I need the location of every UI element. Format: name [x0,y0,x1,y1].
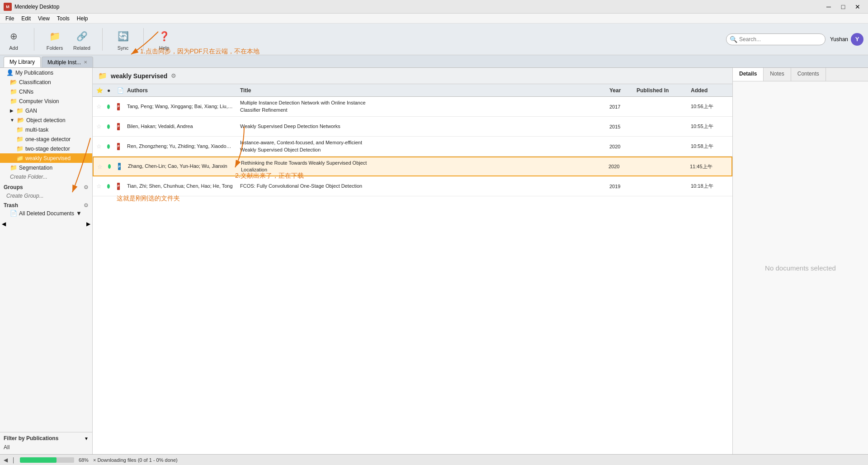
sync-icon: 🔄 [118,31,129,42]
sidebar-scroll[interactable]: 👤 My Publications 📂 Classification 📁 CNN… [0,68,92,432]
th-published-in[interactable]: Published In [633,87,687,94]
filter-all: All [4,443,89,451]
trash-gear-icon[interactable]: ⚙ [84,202,89,209]
td-star-3[interactable]: ☆ [94,163,104,170]
related-button[interactable]: 🔗 Related [73,28,91,51]
rp-tab-details[interactable]: Details [733,68,764,81]
sidebar-item-object-detection[interactable]: ▼ 📂 Object detection [0,115,92,125]
td-star-2[interactable]: ☆ [93,143,104,150]
title-bar-left: M Mendeley Desktop [4,3,59,11]
sidebar-item-segmentation[interactable]: 📁 Segmentation [0,163,92,172]
folders-button[interactable]: 📁 Folders [46,28,64,51]
sidebar-trash-section: Trash ⚙ 📄 All Deleted Documents ▼ [0,200,92,220]
help-icon: ❓ [159,31,170,42]
content-folder-title: weakly Supervised [111,72,167,80]
td-star-0[interactable]: ☆ [93,103,104,110]
td-authors-0: Tang, Peng; Wang, Xinggang; Bai, Xiang; … [123,103,236,110]
search-input[interactable] [726,33,826,45]
td-pdf-2: P [113,143,123,150]
tab-my-library-label: My Library [9,59,35,65]
folders-label: Folders [47,45,63,51]
menu-edit[interactable]: Edit [18,14,34,23]
td-star-4[interactable]: ☆ [93,183,104,190]
folder-mt-icon: 📁 [16,126,24,133]
toolbar-divider-1 [34,28,34,51]
menu-file[interactable]: File [2,14,18,23]
toolbar: ⊕ Add 📁 Folders 🔗 Related 🔄 Sync [0,24,868,55]
help-label: Help [159,45,170,51]
filter-dropdown-icon: ▼ [84,436,89,441]
add-button[interactable]: ⊕ Add [5,28,23,51]
sidebar-od-label: Object detection [26,117,66,123]
trash-doc-icon: 📄 [10,210,17,217]
th-authors[interactable]: Authors [123,87,236,94]
sidebar-item-multi-task[interactable]: 📁 multi-task [0,125,92,134]
sidebar-item-weakly-supervised[interactable]: 📁 weakly Supervised [0,153,92,163]
sidebar-ws-label: weakly Supervised [25,155,71,161]
scroll-right-icon[interactable]: ▶ [86,221,90,227]
groups-gear-icon[interactable]: ⚙ [84,184,89,190]
status-dot-4 [107,184,110,189]
progress-bar-wrap [20,457,74,463]
rp-tab-notes[interactable]: Notes [764,68,791,81]
td-star-1[interactable]: ☆ [93,123,104,130]
scroll-left-icon[interactable]: ◀ [2,221,6,227]
menu-tools[interactable]: Tools [53,14,73,23]
sidebar-item-cnns[interactable]: 📁 CNNs [0,87,92,96]
sidebar-item-create-group[interactable]: Create Group... [0,191,92,200]
tab-multiple-inst[interactable]: Multiple Inst... ✕ [42,57,93,67]
progress-bar-fill [20,457,57,463]
th-year[interactable]: Year [606,87,633,94]
sidebar-item-gan[interactable]: ▶ 📁 GAN [0,106,92,115]
publications-icon: 👤 [6,69,14,76]
table-row[interactable]: ☆ P Ren, Zhongzheng; Yu, Zhiding; Yang, … [93,137,732,157]
td-year-2: 2020 [606,144,633,149]
sidebar-item-classification[interactable]: 📂 Classification [0,77,92,87]
table-row[interactable]: ☆ P Tian, Zhi; Shen, Chunhua; Chen, Hao;… [93,176,732,196]
table-row[interactable]: ☆ P Bilen, Hakan; Vedaldi, Andrea Weakly… [93,117,732,137]
status-line-icon: │ [12,457,15,463]
td-pdf-3: P [114,163,124,170]
sidebar-item-computer-vision[interactable]: 📁 Computer Vision [0,96,92,106]
td-dot-1 [104,124,113,129]
folder-od-icon: 📂 [17,117,24,123]
all-deleted-label: All Deleted Documents [19,210,74,217]
minimize-button[interactable]: ─ [822,2,835,11]
sidebar-item-my-publications[interactable]: 👤 My Publications [0,68,92,77]
table-header: ⭐ ● 📄 Authors Title Year Published In Ad… [93,84,732,97]
sidebar-item-one-stage[interactable]: 📁 one-stage detector [0,134,92,144]
filter-label: Filter by Publications [4,435,58,441]
th-added[interactable]: Added [687,87,732,94]
td-pdf-1: P [113,123,123,130]
content-folder-icon: 📁 [98,71,107,80]
no-documents-text: No documents selected [733,81,868,454]
th-title[interactable]: Title [236,87,606,94]
sidebar-item-create-folder[interactable]: Create Folder... [0,172,92,181]
help-button[interactable]: ❓ Help [155,28,173,51]
sync-button[interactable]: 🔄 Sync [114,28,132,51]
sidebar-cnns-label: CNNs [19,89,33,95]
sidebar-mt-label: multi-task [25,127,48,133]
sidebar-item-two-stage[interactable]: 📁 two-stage detector [0,144,92,153]
tab-my-library[interactable]: My Library [4,57,41,67]
od-arrow-icon: ▼ [10,118,14,123]
menu-bar: File Edit View Tools Help [0,14,868,24]
close-button[interactable]: ✕ [851,2,864,11]
sidebar-os-label: one-stage detector [25,136,71,142]
trash-label: Trash [4,202,18,209]
maximize-button[interactable]: □ [836,2,850,11]
menu-view[interactable]: View [34,14,53,23]
add-icon: ⊕ [10,31,18,42]
td-year-1: 2015 [606,124,633,129]
table-row[interactable]: ☆ P Tang, Peng; Wang, Xinggang; Bai, Xia… [93,97,732,117]
status-left-icon[interactable]: ◀ [4,457,8,463]
td-dot-4 [104,184,113,189]
content-settings-icon[interactable]: ⚙ [171,72,176,79]
table-row-selected[interactable]: ☆ P Zhang, Chen-Lin; Cao, Yun-Hao; Wu, J… [93,157,732,176]
tab-multiple-inst-close[interactable]: ✕ [84,60,87,65]
sidebar-item-all-deleted[interactable]: 📄 All Deleted Documents ▼ [4,209,89,218]
folder-ts-icon: 📁 [16,145,24,152]
th-pdf: 📄 [113,87,123,94]
rp-tab-contents[interactable]: Contents [791,68,826,81]
menu-help[interactable]: Help [73,14,92,23]
